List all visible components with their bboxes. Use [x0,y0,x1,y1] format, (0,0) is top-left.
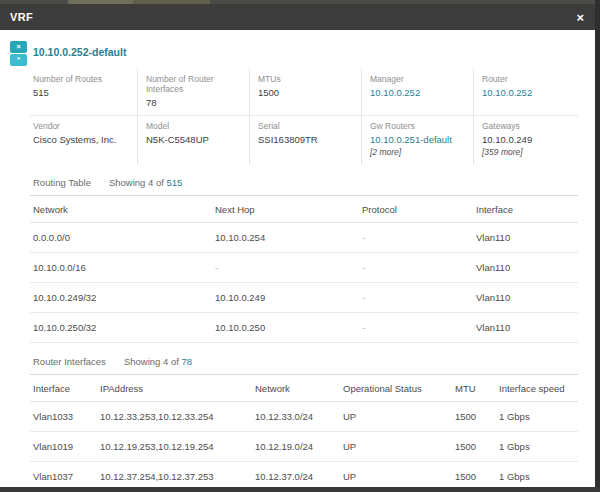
table-cell: 10.10.0.249/32 [30,283,212,313]
table-cell: 10.10.0.254 [212,223,359,253]
field-label: Gateways [482,121,572,131]
table-cell: 1500 [452,402,496,432]
field-label: Vendor [33,121,131,131]
summary-field-gateways: Gateways10.10.0.249[359 more] [473,116,578,164]
column-header-interface: Interface [473,196,578,223]
router-interface-row: Vlan103310.12.33.253,10.12.33.25410.12.3… [30,402,578,432]
table-cell: 10.10.0.0/16 [30,253,212,283]
table-cell: Vlan110 [473,223,578,253]
routing-table-header: Routing Table Showing 4 of 515 [30,177,578,196]
table-cell: - [212,253,359,283]
column-header-protocol: Protocol [359,196,473,223]
routing-table-head-row: NetworkNext HopProtocolInterface [30,196,578,223]
field-label: Router [482,74,572,84]
modal-right-edge [595,0,600,492]
vrf-name-link[interactable]: 10.10.0.252-default [33,46,126,58]
field-value: Cisco Systems, Inc. [33,134,131,145]
routing-table-showing: Showing 4 of 515 [109,177,182,188]
routing-table-row: 10.10.0.250/3210.10.0.250-Vlan110 [30,313,578,343]
column-header-operational-status: Operational Status [340,375,452,402]
summary-grid: Number of Routes515Number of Router Inte… [30,69,578,164]
interfaces-table-head-row: InterfaceIPAddressNetworkOperational Sta… [30,375,578,402]
field-label: Manager [370,74,467,84]
table-cell: Vlan110 [473,313,578,343]
table-cell: 10.10.0.249 [212,283,359,313]
column-header-network: Network [252,375,340,402]
routing-table: NetworkNext HopProtocolInterface 0.0.0.0… [30,196,578,343]
showing-prefix: Showing 4 of [124,356,182,367]
table-cell: UP [340,432,452,462]
router-interfaces-table: InterfaceIPAddressNetworkOperational Sta… [30,375,578,492]
summary-field-number-of-routes: Number of Routes515 [30,69,137,115]
field-value-link[interactable]: 10.10.0.252 [482,87,572,98]
routing-table-row: 10.10.0.249/3210.10.0.249-Vlan110 [30,283,578,313]
table-cell: Vlan110 [473,253,578,283]
modal-bottom-edge [0,487,600,492]
field-value: 78 [146,97,243,108]
table-cell: 10.12.19.253,10.12.19.254 [97,432,252,462]
summary-field-vendor: VendorCisco Systems, Inc. [30,116,137,164]
modal-titlebar: VRF × [0,4,600,30]
table-cell: - [359,253,473,283]
column-header-interface-speed: Interface speed [496,375,578,402]
field-more-count: [2 more] [370,147,467,157]
table-cell: Vlan110 [473,283,578,313]
routing-table-row: 10.10.0.0/16--Vlan110 [30,253,578,283]
table-cell: - [359,313,473,343]
showing-prefix: Showing 4 of [109,177,167,188]
column-header-interface: Interface [30,375,97,402]
modal-content: × * 10.10.0.252-default Number of Routes… [0,30,594,487]
column-header-mtu: MTU [452,375,496,402]
table-cell: 10.12.19.0/24 [252,432,340,462]
field-value: 10.10.0.249 [482,134,572,145]
field-value-link[interactable]: 10.10.0.252 [370,87,467,98]
table-cell: 10.12.33.0/24 [252,402,340,432]
routing-total-link[interactable]: 515 [167,177,183,188]
interfaces-total-link[interactable]: 78 [181,356,192,367]
routing-table-row: 0.0.0.0/010.10.0.254-Vlan110 [30,223,578,253]
vrf-router-icon: × * [10,41,27,66]
field-value-link[interactable]: 10.10.0.251-default [370,134,467,145]
column-header-network: Network [30,196,212,223]
field-label: Gw Routers [370,121,467,131]
summary-field-router: Router10.10.0.252 [473,69,578,115]
field-label: Serial [258,121,355,131]
summary-field-manager: Manager10.10.0.252 [361,69,473,115]
summary-field-serial: SerialSSI163809TR [249,116,361,164]
column-header-next-hop: Next Hop [212,196,359,223]
field-value: N5K-C5548UP [146,134,243,145]
table-cell: - [359,223,473,253]
summary-field-model: ModelN5K-C5548UP [137,116,249,164]
table-cell: 1 Gbps [496,432,578,462]
field-value: 515 [33,87,131,98]
router-interfaces-showing: Showing 4 of 78 [124,356,192,367]
table-cell: 10.12.33.253,10.12.33.254 [97,402,252,432]
column-header-ipaddress: IPAddress [97,375,252,402]
table-cell: 0.0.0.0/0 [30,223,212,253]
router-interfaces-title: Router Interfaces [33,356,106,367]
vrf-badge-icon: * [10,54,27,66]
summary-field-gw-routers: Gw Routers10.10.0.251-default[2 more] [361,116,473,164]
field-label: Model [146,121,243,131]
table-cell: 1 Gbps [496,402,578,432]
table-cell: UP [340,402,452,432]
routing-table-title: Routing Table [33,177,91,188]
table-cell: Vlan1019 [30,432,97,462]
modal-title: VRF [10,11,33,23]
router-interfaces-header: Router Interfaces Showing 4 of 78 [30,356,578,375]
summary-row-1: Number of Routes515Number of Router Inte… [30,69,578,116]
table-cell: 10.10.0.250 [212,313,359,343]
table-cell: Vlan1033 [30,402,97,432]
router-interface-row: Vlan101910.12.19.253,10.12.19.25410.12.1… [30,432,578,462]
table-cell: 10.10.0.250/32 [30,313,212,343]
summary-row-2: VendorCisco Systems, Inc.ModelN5K-C5548U… [30,116,578,164]
field-label: Number of Router Interfaces [146,74,243,94]
close-icon[interactable]: × [576,11,584,24]
field-more-count: [359 more] [482,147,572,157]
field-label: Number of Routes [33,74,131,84]
summary-field-mtus: MTUs1500 [249,69,361,115]
field-value: SSI163809TR [258,134,355,145]
summary-field-number-of-router-interfaces: Number of Router Interfaces78 [137,69,249,115]
table-cell: - [359,283,473,313]
field-value: 1500 [258,87,355,98]
